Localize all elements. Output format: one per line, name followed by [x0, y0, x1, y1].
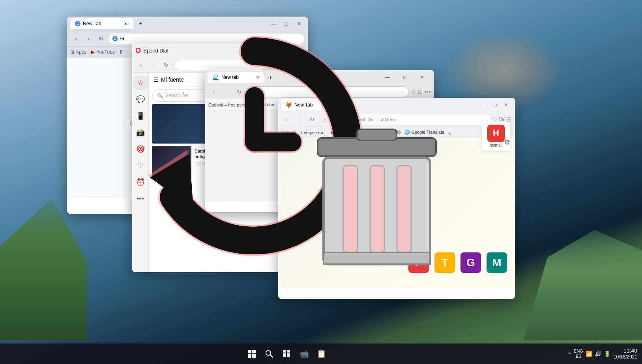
edge-window-controls: — □ ✕	[379, 72, 431, 83]
firefox-bookmark-more[interactable]: »	[448, 130, 451, 135]
svg-rect-23	[287, 350, 290, 353]
svg-rect-16	[248, 350, 251, 353]
app-g-icon[interactable]: G	[460, 252, 481, 273]
apps-label: Apps	[76, 49, 86, 55]
taskbar-meet-button[interactable]: 📹	[296, 346, 312, 362]
chrome-bookmark-apps[interactable]: ⊞ Apps	[70, 49, 86, 55]
app-icon-g: G	[459, 252, 483, 273]
youtube-icon: ▶	[91, 49, 95, 55]
chrome-reload-button[interactable]: ↻	[95, 33, 107, 44]
taskbar-date: 10/18/2021	[614, 354, 637, 360]
firefox-maximize-button[interactable]: □	[490, 99, 501, 110]
svg-rect-13	[370, 166, 384, 252]
trash-icon-wrapper	[312, 126, 442, 272]
facebook-icon: F	[120, 49, 123, 55]
firefox-page-settings-icon[interactable]: ⚙	[504, 138, 510, 147]
edge-favorites-icon[interactable]: ☆	[410, 88, 416, 95]
taskbar-windows-button[interactable]	[244, 346, 260, 362]
svg-rect-22	[283, 350, 286, 353]
hotmail-icon[interactable]: H	[487, 125, 505, 142]
youtube-label: YouTube	[96, 49, 115, 55]
taskbar-chevron-icon[interactable]: ^	[568, 351, 571, 357]
svg-rect-19	[252, 354, 256, 358]
chrome-tab[interactable]: G New Tab ✕	[70, 18, 133, 29]
taskbar: 📹 📋 ^ ENGES 📶 🔊 🔋 11:40 10/18/2021	[0, 343, 642, 364]
svg-rect-10	[357, 129, 397, 140]
taskbar-left: 📹 📋	[5, 346, 568, 362]
taskbar-right: ^ ENGES 📶 🔊 🔋 11:40 10/18/2021	[568, 347, 637, 360]
edge-collections-icon[interactable]: ⊞	[417, 88, 423, 95]
hotmail-label: hotmail	[490, 143, 502, 147]
taskbar-search-button[interactable]	[261, 346, 277, 362]
edge-close-button[interactable]: ✕	[414, 72, 431, 83]
firefox-minimize-button[interactable]: —	[479, 99, 490, 110]
chrome-tab-title: New Tab	[83, 21, 101, 26]
firefox-close-button[interactable]: ✕	[501, 99, 512, 110]
chrome-bookmark-youtube[interactable]: ▶ YouTube	[91, 49, 115, 55]
svg-rect-18	[248, 354, 251, 358]
trash-icon	[312, 126, 442, 272]
taskbar-time-area[interactable]: 11:40 10/18/2021	[614, 347, 637, 360]
taskbar-widgets-button[interactable]	[279, 346, 294, 362]
taskbar-volume-icon[interactable]: 🔊	[595, 351, 601, 357]
app-m-icon[interactable]: M	[487, 252, 507, 273]
firefox-window-controls: — □ ✕	[479, 99, 512, 110]
chrome-tab-favicon: G	[75, 21, 80, 26]
taskbar-wifi-icon[interactable]: 📶	[586, 351, 592, 357]
taskbar-sys-icons: ENGES 📶 🔊 🔋	[574, 349, 610, 359]
svg-rect-25	[287, 353, 290, 357]
svg-rect-17	[252, 350, 256, 353]
windows-logo-icon	[247, 349, 256, 358]
apps-icon: ⊞	[70, 49, 74, 55]
svg-line-21	[270, 355, 273, 357]
svg-rect-15	[324, 252, 430, 264]
chrome-tab-close[interactable]: ✕	[122, 21, 129, 27]
edge-more-icon[interactable]: •••	[424, 88, 431, 95]
svg-rect-12	[343, 166, 357, 252]
firefox-address-text: address	[381, 117, 396, 122]
widgets-icon	[282, 349, 291, 358]
taskbar-battery-icon[interactable]: 🔋	[604, 351, 610, 357]
edge-maximize-button[interactable]: □	[396, 72, 414, 83]
taskbar-time: 11:40	[614, 347, 637, 354]
chrome-back-button[interactable]: ‹	[70, 33, 81, 44]
svg-rect-24	[283, 353, 286, 357]
taskbar-lang-label: ENGES	[574, 349, 583, 359]
svg-rect-14	[397, 166, 411, 252]
taskbar-notes-button[interactable]: 📋	[313, 346, 329, 362]
search-icon	[265, 349, 273, 358]
app-icon-m: M	[485, 252, 509, 273]
chrome-address-favicon: G	[112, 36, 118, 41]
chrome-forward-button[interactable]: ›	[83, 33, 94, 44]
chrome-bookmark-facebook[interactable]: F	[120, 49, 123, 55]
